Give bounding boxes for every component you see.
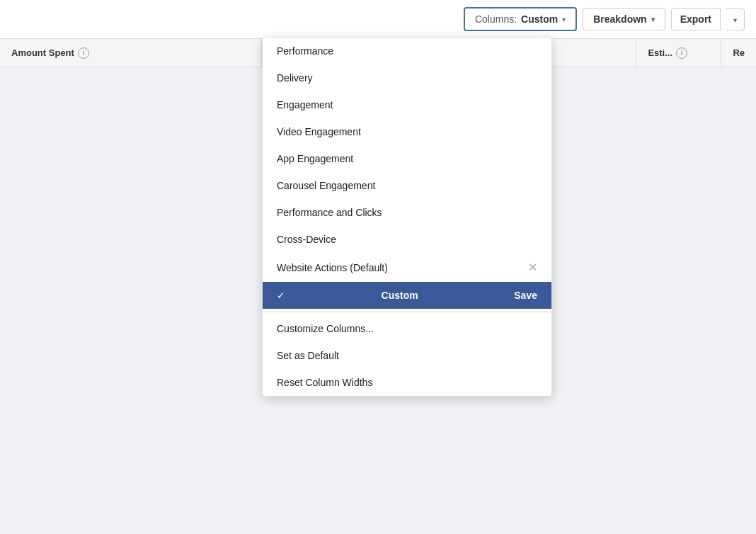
dropdown-item-delivery[interactable]: Delivery — [263, 64, 551, 91]
dropdown-item-customize-columns[interactable]: Customize Columns... — [263, 315, 551, 342]
columns-value-label: Custom — [521, 13, 558, 25]
dropdown-item-cross-device[interactable]: Cross-Device — [263, 226, 551, 253]
col-re: Re — [721, 39, 756, 67]
columns-dropdown: PerformanceDeliveryEngagementVideo Engag… — [262, 37, 552, 397]
esti-label: Esti... — [648, 47, 672, 58]
custom-item-label: Custom — [382, 290, 418, 301]
dropdown-item-label-delivery: Delivery — [277, 72, 313, 84]
col-esti: Esti... i — [636, 39, 721, 67]
columns-prefix-label: Columns: — [475, 13, 517, 25]
esti-info-icon[interactable]: i — [676, 47, 687, 59]
custom-item[interactable]: ✓ Custom Save — [263, 282, 551, 309]
export-dropdown-button[interactable]: ▾ — [726, 8, 745, 30]
export-button[interactable]: Export — [671, 8, 721, 30]
dropdown-item-video-engagement[interactable]: Video Engagement — [263, 118, 551, 145]
dropdown-divider — [263, 312, 551, 312]
dropdown-item-set-as-default[interactable]: Set as Default — [263, 342, 551, 369]
dropdown-bottom-list: Customize Columns...Set as DefaultReset … — [263, 315, 551, 396]
dropdown-list: PerformanceDeliveryEngagementVideo Engag… — [263, 38, 551, 282]
amount-info-icon[interactable]: i — [78, 47, 89, 59]
remove-icon-website-actions[interactable]: ✕ — [528, 261, 537, 274]
breakdown-chevron-icon: ▾ — [651, 16, 655, 23]
toolbar: Columns: Custom ▾ Breakdown ▾ Export ▾ — [0, 0, 756, 39]
dropdown-item-performance-clicks[interactable]: Performance and Clicks — [263, 199, 551, 226]
custom-check-icon: ✓ — [277, 290, 285, 301]
dropdown-item-reset-column-widths[interactable]: Reset Column Widths — [263, 369, 551, 396]
dropdown-item-label-engagement: Engagement — [277, 99, 333, 110]
re-label: Re — [733, 47, 745, 58]
dropdown-item-performance[interactable]: Performance — [263, 38, 551, 64]
dropdown-item-label-carousel-engagement: Carousel Engagement — [277, 180, 375, 191]
export-label: Export — [680, 13, 711, 25]
dropdown-item-website-actions[interactable]: Website Actions (Default)✕ — [263, 253, 551, 282]
dropdown-item-engagement[interactable]: Engagement — [263, 91, 551, 118]
dropdown-item-label-video-engagement: Video Engagement — [277, 126, 361, 137]
export-chevron-icon: ▾ — [733, 16, 737, 24]
columns-button[interactable]: Columns: Custom ▾ — [464, 7, 577, 31]
dropdown-item-label-app-engagement: App Engagement — [277, 153, 353, 164]
dropdown-item-app-engagement[interactable]: App Engagement — [263, 145, 551, 172]
dropdown-item-label-cross-device: Cross-Device — [277, 234, 336, 245]
dropdown-item-label-performance-clicks: Performance and Clicks — [277, 207, 382, 218]
breakdown-label: Breakdown — [593, 13, 646, 25]
amount-spent-label: Amount Spent — [11, 47, 74, 58]
dropdown-item-carousel-engagement[interactable]: Carousel Engagement — [263, 172, 551, 199]
col-amount-spent: Amount Spent i — [0, 39, 262, 67]
dropdown-item-label-performance: Performance — [277, 45, 333, 57]
columns-chevron-icon: ▾ — [562, 16, 566, 23]
breakdown-button[interactable]: Breakdown ▾ — [583, 8, 665, 30]
dropdown-item-label-website-actions: Website Actions (Default) — [277, 262, 388, 273]
save-button[interactable]: Save — [514, 290, 537, 301]
